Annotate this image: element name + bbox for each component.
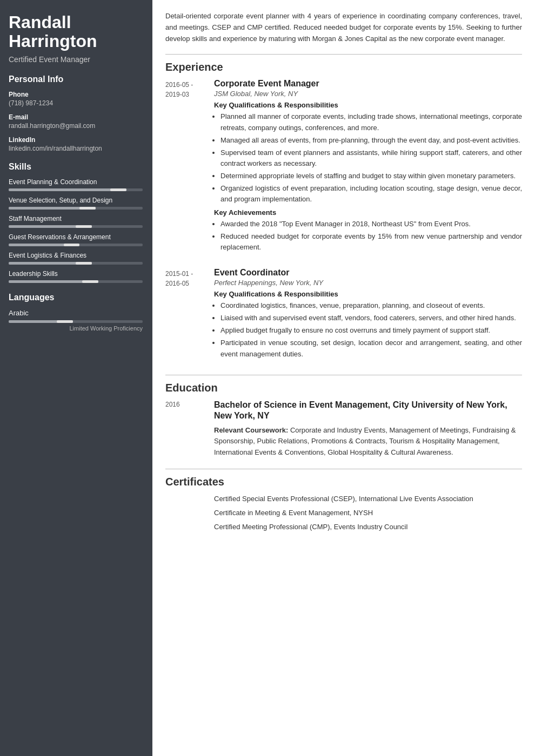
exp-qualification-item: Applied budget frugally to ensure no cos… (220, 325, 522, 336)
exp-achievements-list: Awarded the 2018 "Top Event Manager in 2… (214, 219, 522, 253)
exp-job-title: Event Coordinator (214, 268, 522, 278)
certificates-heading: Certificates (165, 476, 522, 488)
exp-date: 2016-05 - 2019-03 (165, 79, 214, 255)
candidate-name: Randall Harrington (9, 13, 143, 51)
exp-qualification-item: Determined appropriate levels of staffin… (220, 171, 522, 181)
exp-company: Perfect Happenings, New York, NY (214, 279, 522, 287)
skill-name: Venue Selection, Setup, and Design (9, 197, 143, 204)
exp-qualifications-heading: Key Qualifications & Responsibilities (214, 290, 522, 298)
skill-name: Staff Management (9, 215, 143, 222)
exp-content: Event CoordinatorPerfect Happenings, New… (214, 268, 522, 362)
experience-item: 2015-01 - 2016-05Event CoordinatorPerfec… (165, 268, 522, 362)
exp-content: Corporate Event ManagerJSM Global, New Y… (214, 79, 522, 255)
exp-qualification-item: Liaised with and supervised event staff,… (220, 313, 522, 323)
skill-bar (9, 188, 143, 191)
language-name: Arabic (9, 309, 143, 317)
exp-qualification-item: Organized logistics of event preparation… (220, 183, 522, 205)
cert-item: Certified Special Events Professional (C… (214, 494, 522, 504)
exp-qualifications-list: Planned all manner of corporate events, … (214, 111, 522, 205)
exp-qualification-item: Supervised team of event planners and as… (220, 147, 522, 169)
phone-value: (718) 987-1234 (9, 99, 143, 107)
exp-qualifications-list: Coordinated logistics, finances, venue, … (214, 300, 522, 360)
certificates-divider (165, 469, 522, 469)
experience-divider (165, 54, 522, 55)
skill-bar (9, 225, 143, 228)
exp-date: 2015-01 - 2016-05 (165, 268, 214, 362)
experience-heading: Experience (165, 61, 522, 73)
linkedin-value: linkedin.com/in/randallharrington (9, 145, 143, 152)
sidebar: Randall Harrington Certified Event Manag… (0, 0, 152, 756)
exp-achievement-item: Reduced needed budget for corporate even… (220, 231, 522, 253)
languages-list: ArabicLimited Working Proficiency (9, 309, 143, 332)
cert-spacer (165, 494, 214, 536)
skill-name: Leadership Skills (9, 270, 143, 278)
skill-bar (9, 244, 143, 246)
edu-content: Bachelor of Science in Event Management,… (214, 400, 522, 458)
education-heading: Education (165, 382, 522, 394)
personal-info-heading: Personal Info (9, 75, 143, 84)
email-label: E-mail (9, 113, 143, 121)
skill-bar (9, 280, 143, 283)
main-content: Detail-oriented corporate event planner … (152, 0, 535, 756)
candidate-title: Certified Event Manager (9, 55, 143, 64)
cert-items: Certified Special Events Professional (C… (214, 494, 522, 536)
skill-bar (9, 207, 143, 210)
certificates-list: Certified Special Events Professional (C… (165, 494, 522, 536)
exp-qualification-item: Planned all manner of corporate events, … (220, 111, 522, 133)
skills-heading: Skills (9, 162, 143, 172)
cert-item: Certified Meeting Professional (CMP), Ev… (214, 522, 522, 532)
edu-year: 2016 (165, 400, 214, 458)
skill-name: Event Planning & Coordination (9, 178, 143, 186)
exp-qualification-item: Managed all areas of events, from pre-pl… (220, 135, 522, 146)
exp-job-title: Corporate Event Manager (214, 79, 522, 89)
certificates-row: Certified Special Events Professional (C… (165, 494, 522, 536)
summary-text: Detail-oriented corporate event planner … (165, 11, 522, 44)
email-value: randall.harrington@gmail.com (9, 122, 143, 130)
education-divider (165, 375, 522, 375)
education-item: 2016Bachelor of Science in Event Managem… (165, 400, 522, 458)
language-proficiency: Limited Working Proficiency (9, 325, 143, 332)
experience-list: 2016-05 - 2019-03Corporate Event Manager… (165, 79, 522, 361)
exp-qualifications-heading: Key Qualifications & Responsibilities (214, 101, 522, 109)
exp-company: JSM Global, New York, NY (214, 90, 522, 98)
edu-degree: Bachelor of Science in Event Management,… (214, 400, 522, 422)
experience-item: 2016-05 - 2019-03Corporate Event Manager… (165, 79, 522, 255)
skill-name: Guest Reservations & Arrangement (9, 233, 143, 241)
exp-achievements-heading: Key Achievements (214, 208, 522, 217)
edu-coursework: Relevant Coursework: Corporate and Indus… (214, 425, 522, 457)
language-bar (9, 320, 143, 323)
exp-achievement-item: Awarded the 2018 "Top Event Manager in 2… (220, 219, 522, 230)
languages-heading: Languages (9, 293, 143, 302)
phone-label: Phone (9, 91, 143, 98)
edu-coursework-label: Relevant Coursework: (214, 426, 290, 434)
exp-qualification-item: Coordinated logistics, finances, venue, … (220, 300, 522, 311)
skill-bar (9, 262, 143, 265)
cert-item: Certificate in Meeting & Event Managemen… (214, 508, 522, 518)
linkedin-label: LinkedIn (9, 136, 143, 144)
education-list: 2016Bachelor of Science in Event Managem… (165, 400, 522, 458)
skills-list: Event Planning & CoordinationVenue Selec… (9, 178, 143, 283)
skill-name: Event Logistics & Finances (9, 252, 143, 259)
exp-qualification-item: Participated in venue scouting, set desi… (220, 338, 522, 359)
